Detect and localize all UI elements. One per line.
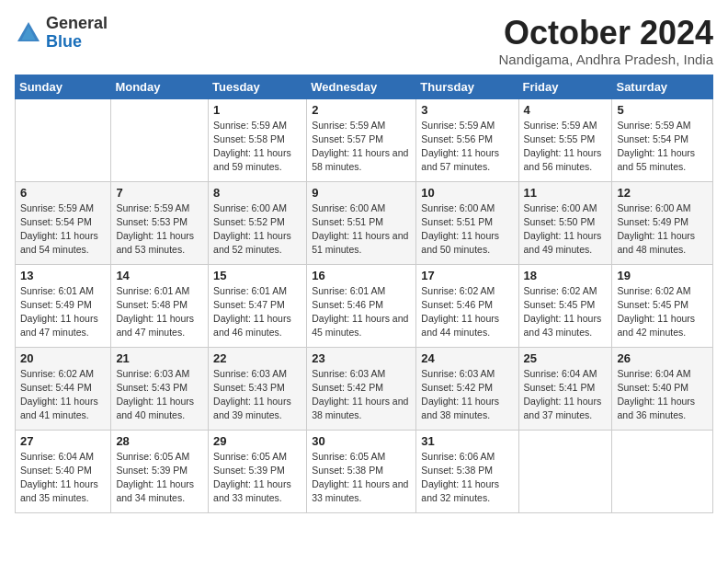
calendar-cell: 6Sunrise: 5:59 AM Sunset: 5:54 PM Daylig… [16, 181, 111, 264]
calendar-cell: 2Sunrise: 5:59 AM Sunset: 5:57 PM Daylig… [307, 98, 416, 181]
day-number: 14 [116, 269, 203, 282]
day-info: Sunrise: 6:03 AM Sunset: 5:43 PM Dayligh… [116, 368, 194, 421]
day-info: Sunrise: 6:02 AM Sunset: 5:46 PM Dayligh… [421, 285, 499, 339]
calendar-cell [612, 430, 713, 512]
calendar-cell: 21Sunrise: 6:03 AM Sunset: 5:43 PM Dayli… [111, 347, 209, 430]
day-info: Sunrise: 6:05 AM Sunset: 5:39 PM Dayligh… [213, 451, 291, 504]
calendar-cell: 26Sunrise: 6:04 AM Sunset: 5:40 PM Dayli… [612, 347, 713, 430]
day-number: 16 [312, 269, 411, 282]
day-info: Sunrise: 6:06 AM Sunset: 5:38 PM Dayligh… [421, 451, 499, 504]
calendar-cell: 17Sunrise: 6:02 AM Sunset: 5:46 PM Dayli… [416, 264, 518, 347]
calendar-header-row: SundayMondayTuesdayWednesdayThursdayFrid… [16, 75, 713, 98]
day-number: 20 [20, 351, 106, 365]
day-number: 4 [524, 103, 608, 117]
calendar-week-row: 13Sunrise: 6:01 AM Sunset: 5:49 PM Dayli… [16, 264, 713, 347]
day-number: 8 [213, 186, 301, 200]
location-subtitle: Nandigama, Andhra Pradesh, India [499, 52, 714, 67]
day-number: 29 [213, 434, 301, 448]
logo-text: General Blue [46, 15, 108, 52]
calendar-week-row: 27Sunrise: 6:04 AM Sunset: 5:40 PM Dayli… [16, 430, 713, 512]
day-number: 10 [421, 186, 513, 200]
day-number: 18 [524, 269, 608, 282]
calendar-cell: 16Sunrise: 6:01 AM Sunset: 5:46 PM Dayli… [307, 264, 416, 347]
logo-general: General [46, 15, 108, 33]
calendar-cell: 18Sunrise: 6:02 AM Sunset: 5:45 PM Dayli… [518, 264, 612, 347]
calendar-cell [111, 98, 209, 181]
calendar-cell: 12Sunrise: 6:00 AM Sunset: 5:49 PM Dayli… [612, 181, 713, 264]
calendar-cell: 25Sunrise: 6:04 AM Sunset: 5:41 PM Dayli… [518, 347, 612, 430]
day-number: 17 [421, 269, 513, 282]
day-number: 26 [617, 351, 708, 365]
calendar-week-row: 6Sunrise: 5:59 AM Sunset: 5:54 PM Daylig… [16, 181, 713, 264]
day-number: 5 [617, 103, 708, 117]
day-info: Sunrise: 6:01 AM Sunset: 5:48 PM Dayligh… [116, 285, 194, 339]
day-number: 12 [617, 186, 708, 200]
day-number: 30 [312, 434, 411, 448]
day-info: Sunrise: 5:59 AM Sunset: 5:56 PM Dayligh… [421, 120, 499, 173]
day-info: Sunrise: 5:59 AM Sunset: 5:55 PM Dayligh… [524, 120, 602, 173]
day-info: Sunrise: 6:00 AM Sunset: 5:51 PM Dayligh… [312, 202, 408, 256]
day-info: Sunrise: 5:59 AM Sunset: 5:57 PM Dayligh… [312, 120, 408, 173]
day-number: 28 [116, 434, 203, 448]
day-info: Sunrise: 6:02 AM Sunset: 5:44 PM Dayligh… [20, 368, 98, 421]
day-info: Sunrise: 6:05 AM Sunset: 5:38 PM Dayligh… [312, 451, 408, 504]
col-header-tuesday: Tuesday [209, 75, 307, 98]
calendar-cell: 23Sunrise: 6:03 AM Sunset: 5:42 PM Dayli… [307, 347, 416, 430]
calendar-cell [518, 430, 612, 512]
day-number: 13 [20, 269, 106, 282]
calendar-week-row: 20Sunrise: 6:02 AM Sunset: 5:44 PM Dayli… [16, 347, 713, 430]
day-number: 7 [116, 186, 203, 200]
col-header-wednesday: Wednesday [307, 75, 416, 98]
day-number: 1 [213, 103, 301, 117]
day-info: Sunrise: 6:00 AM Sunset: 5:52 PM Dayligh… [213, 202, 291, 256]
calendar-cell: 7Sunrise: 5:59 AM Sunset: 5:53 PM Daylig… [111, 181, 209, 264]
day-info: Sunrise: 6:04 AM Sunset: 5:40 PM Dayligh… [617, 368, 695, 421]
day-info: Sunrise: 5:59 AM Sunset: 5:54 PM Dayligh… [20, 202, 98, 256]
col-header-saturday: Saturday [612, 75, 713, 98]
day-info: Sunrise: 6:05 AM Sunset: 5:39 PM Dayligh… [116, 451, 194, 504]
logo: General Blue [15, 15, 108, 52]
col-header-monday: Monday [111, 75, 209, 98]
month-title: October 2024 [499, 15, 714, 52]
calendar-cell: 15Sunrise: 6:01 AM Sunset: 5:47 PM Dayli… [209, 264, 307, 347]
calendar-cell: 20Sunrise: 6:02 AM Sunset: 5:44 PM Dayli… [16, 347, 111, 430]
calendar-cell: 31Sunrise: 6:06 AM Sunset: 5:38 PM Dayli… [416, 430, 518, 512]
calendar-cell: 11Sunrise: 6:00 AM Sunset: 5:50 PM Dayli… [518, 181, 612, 264]
calendar-cell: 30Sunrise: 6:05 AM Sunset: 5:38 PM Dayli… [307, 430, 416, 512]
calendar-cell: 28Sunrise: 6:05 AM Sunset: 5:39 PM Dayli… [111, 430, 209, 512]
day-number: 15 [213, 269, 301, 282]
calendar-cell: 3Sunrise: 5:59 AM Sunset: 5:56 PM Daylig… [416, 98, 518, 181]
calendar-cell: 4Sunrise: 5:59 AM Sunset: 5:55 PM Daylig… [518, 98, 612, 181]
col-header-sunday: Sunday [16, 75, 111, 98]
calendar-cell: 1Sunrise: 5:59 AM Sunset: 5:58 PM Daylig… [209, 98, 307, 181]
day-info: Sunrise: 6:02 AM Sunset: 5:45 PM Dayligh… [524, 285, 602, 339]
day-info: Sunrise: 6:04 AM Sunset: 5:40 PM Dayligh… [20, 451, 98, 504]
col-header-friday: Friday [518, 75, 612, 98]
day-number: 21 [116, 351, 203, 365]
day-number: 23 [312, 351, 411, 365]
day-number: 25 [524, 351, 608, 365]
day-number: 27 [20, 434, 106, 448]
day-info: Sunrise: 6:00 AM Sunset: 5:50 PM Dayligh… [524, 202, 602, 256]
day-number: 2 [312, 103, 411, 117]
logo-icon [15, 19, 42, 47]
calendar-table: SundayMondayTuesdayWednesdayThursdayFrid… [15, 75, 713, 513]
title-block: October 2024 Nandigama, Andhra Pradesh, … [499, 15, 714, 67]
day-info: Sunrise: 6:01 AM Sunset: 5:46 PM Dayligh… [312, 285, 408, 339]
day-info: Sunrise: 6:02 AM Sunset: 5:45 PM Dayligh… [617, 285, 695, 339]
col-header-thursday: Thursday [416, 75, 518, 98]
day-info: Sunrise: 5:59 AM Sunset: 5:58 PM Dayligh… [213, 120, 291, 173]
day-info: Sunrise: 6:01 AM Sunset: 5:49 PM Dayligh… [20, 285, 98, 339]
logo-blue: Blue [46, 33, 108, 52]
calendar-cell [16, 98, 111, 181]
day-number: 11 [524, 186, 608, 200]
day-number: 24 [421, 351, 513, 365]
calendar-cell: 9Sunrise: 6:00 AM Sunset: 5:51 PM Daylig… [307, 181, 416, 264]
calendar-cell: 10Sunrise: 6:00 AM Sunset: 5:51 PM Dayli… [416, 181, 518, 264]
day-info: Sunrise: 6:01 AM Sunset: 5:47 PM Dayligh… [213, 285, 291, 339]
calendar-cell: 5Sunrise: 5:59 AM Sunset: 5:54 PM Daylig… [612, 98, 713, 181]
calendar-cell: 13Sunrise: 6:01 AM Sunset: 5:49 PM Dayli… [16, 264, 111, 347]
day-number: 22 [213, 351, 301, 365]
calendar-cell: 29Sunrise: 6:05 AM Sunset: 5:39 PM Dayli… [209, 430, 307, 512]
day-number: 9 [312, 186, 411, 200]
